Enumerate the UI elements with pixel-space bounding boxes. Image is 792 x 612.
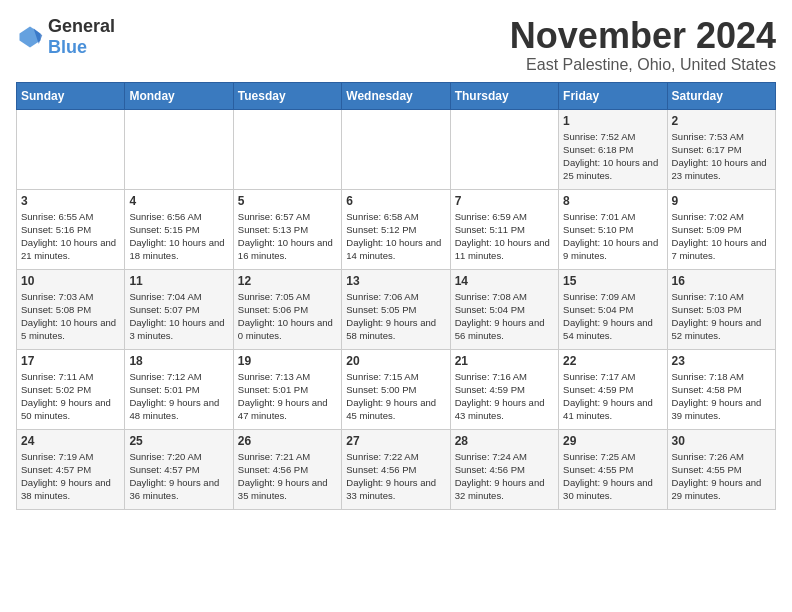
day-number: 21 <box>455 354 554 368</box>
day-number: 28 <box>455 434 554 448</box>
logo-text: General Blue <box>48 16 115 58</box>
day-number: 6 <box>346 194 445 208</box>
header-day-wednesday: Wednesday <box>342 82 450 109</box>
calendar-cell: 17Sunrise: 7:11 AM Sunset: 5:02 PM Dayli… <box>17 349 125 429</box>
day-info: Sunrise: 7:15 AM Sunset: 5:00 PM Dayligh… <box>346 370 445 423</box>
day-info: Sunrise: 7:09 AM Sunset: 5:04 PM Dayligh… <box>563 290 662 343</box>
day-info: Sunrise: 6:58 AM Sunset: 5:12 PM Dayligh… <box>346 210 445 263</box>
calendar-cell: 18Sunrise: 7:12 AM Sunset: 5:01 PM Dayli… <box>125 349 233 429</box>
day-info: Sunrise: 7:26 AM Sunset: 4:55 PM Dayligh… <box>672 450 771 503</box>
calendar-cell: 9Sunrise: 7:02 AM Sunset: 5:09 PM Daylig… <box>667 189 775 269</box>
day-number: 26 <box>238 434 337 448</box>
calendar-cell: 30Sunrise: 7:26 AM Sunset: 4:55 PM Dayli… <box>667 429 775 509</box>
calendar-cell <box>233 109 341 189</box>
day-info: Sunrise: 7:18 AM Sunset: 4:58 PM Dayligh… <box>672 370 771 423</box>
day-info: Sunrise: 7:24 AM Sunset: 4:56 PM Dayligh… <box>455 450 554 503</box>
day-info: Sunrise: 7:02 AM Sunset: 5:09 PM Dayligh… <box>672 210 771 263</box>
header-day-monday: Monday <box>125 82 233 109</box>
day-number: 17 <box>21 354 120 368</box>
calendar-week-3: 10Sunrise: 7:03 AM Sunset: 5:08 PM Dayli… <box>17 269 776 349</box>
day-info: Sunrise: 7:13 AM Sunset: 5:01 PM Dayligh… <box>238 370 337 423</box>
logo-icon <box>16 23 44 51</box>
calendar-cell: 29Sunrise: 7:25 AM Sunset: 4:55 PM Dayli… <box>559 429 667 509</box>
day-info: Sunrise: 6:59 AM Sunset: 5:11 PM Dayligh… <box>455 210 554 263</box>
calendar-cell: 15Sunrise: 7:09 AM Sunset: 5:04 PM Dayli… <box>559 269 667 349</box>
calendar-cell: 20Sunrise: 7:15 AM Sunset: 5:00 PM Dayli… <box>342 349 450 429</box>
title-block: November 2024 East Palestine, Ohio, Unit… <box>510 16 776 74</box>
day-info: Sunrise: 7:16 AM Sunset: 4:59 PM Dayligh… <box>455 370 554 423</box>
calendar-cell: 12Sunrise: 7:05 AM Sunset: 5:06 PM Dayli… <box>233 269 341 349</box>
calendar-cell <box>17 109 125 189</box>
calendar-week-1: 1Sunrise: 7:52 AM Sunset: 6:18 PM Daylig… <box>17 109 776 189</box>
day-info: Sunrise: 7:08 AM Sunset: 5:04 PM Dayligh… <box>455 290 554 343</box>
calendar-cell: 11Sunrise: 7:04 AM Sunset: 5:07 PM Dayli… <box>125 269 233 349</box>
day-info: Sunrise: 7:01 AM Sunset: 5:10 PM Dayligh… <box>563 210 662 263</box>
page-title: November 2024 <box>510 16 776 56</box>
calendar-table: SundayMondayTuesdayWednesdayThursdayFrid… <box>16 82 776 510</box>
calendar-cell: 24Sunrise: 7:19 AM Sunset: 4:57 PM Dayli… <box>17 429 125 509</box>
day-info: Sunrise: 7:11 AM Sunset: 5:02 PM Dayligh… <box>21 370 120 423</box>
header-row: SundayMondayTuesdayWednesdayThursdayFrid… <box>17 82 776 109</box>
day-number: 19 <box>238 354 337 368</box>
calendar-cell: 4Sunrise: 6:56 AM Sunset: 5:15 PM Daylig… <box>125 189 233 269</box>
day-number: 25 <box>129 434 228 448</box>
calendar-cell: 14Sunrise: 7:08 AM Sunset: 5:04 PM Dayli… <box>450 269 558 349</box>
day-number: 10 <box>21 274 120 288</box>
day-number: 20 <box>346 354 445 368</box>
day-number: 7 <box>455 194 554 208</box>
calendar-cell: 2Sunrise: 7:53 AM Sunset: 6:17 PM Daylig… <box>667 109 775 189</box>
calendar-cell: 19Sunrise: 7:13 AM Sunset: 5:01 PM Dayli… <box>233 349 341 429</box>
calendar-cell <box>342 109 450 189</box>
day-info: Sunrise: 7:05 AM Sunset: 5:06 PM Dayligh… <box>238 290 337 343</box>
header-day-tuesday: Tuesday <box>233 82 341 109</box>
header-day-saturday: Saturday <box>667 82 775 109</box>
calendar-cell: 8Sunrise: 7:01 AM Sunset: 5:10 PM Daylig… <box>559 189 667 269</box>
day-number: 27 <box>346 434 445 448</box>
logo: General Blue <box>16 16 115 58</box>
calendar-body: 1Sunrise: 7:52 AM Sunset: 6:18 PM Daylig… <box>17 109 776 509</box>
day-number: 14 <box>455 274 554 288</box>
calendar-week-2: 3Sunrise: 6:55 AM Sunset: 5:16 PM Daylig… <box>17 189 776 269</box>
day-info: Sunrise: 7:25 AM Sunset: 4:55 PM Dayligh… <box>563 450 662 503</box>
calendar-cell: 27Sunrise: 7:22 AM Sunset: 4:56 PM Dayli… <box>342 429 450 509</box>
day-info: Sunrise: 7:10 AM Sunset: 5:03 PM Dayligh… <box>672 290 771 343</box>
day-info: Sunrise: 7:06 AM Sunset: 5:05 PM Dayligh… <box>346 290 445 343</box>
day-number: 5 <box>238 194 337 208</box>
day-info: Sunrise: 6:57 AM Sunset: 5:13 PM Dayligh… <box>238 210 337 263</box>
logo-blue: Blue <box>48 37 87 57</box>
calendar-cell: 6Sunrise: 6:58 AM Sunset: 5:12 PM Daylig… <box>342 189 450 269</box>
header: General Blue November 2024 East Palestin… <box>16 16 776 74</box>
calendar-cell: 16Sunrise: 7:10 AM Sunset: 5:03 PM Dayli… <box>667 269 775 349</box>
header-day-thursday: Thursday <box>450 82 558 109</box>
day-number: 16 <box>672 274 771 288</box>
day-number: 11 <box>129 274 228 288</box>
calendar-cell: 22Sunrise: 7:17 AM Sunset: 4:59 PM Dayli… <box>559 349 667 429</box>
day-info: Sunrise: 6:56 AM Sunset: 5:15 PM Dayligh… <box>129 210 228 263</box>
day-info: Sunrise: 7:20 AM Sunset: 4:57 PM Dayligh… <box>129 450 228 503</box>
day-info: Sunrise: 7:52 AM Sunset: 6:18 PM Dayligh… <box>563 130 662 183</box>
day-info: Sunrise: 7:22 AM Sunset: 4:56 PM Dayligh… <box>346 450 445 503</box>
day-number: 22 <box>563 354 662 368</box>
day-number: 8 <box>563 194 662 208</box>
calendar-week-4: 17Sunrise: 7:11 AM Sunset: 5:02 PM Dayli… <box>17 349 776 429</box>
day-number: 29 <box>563 434 662 448</box>
day-number: 30 <box>672 434 771 448</box>
day-info: Sunrise: 7:12 AM Sunset: 5:01 PM Dayligh… <box>129 370 228 423</box>
header-day-sunday: Sunday <box>17 82 125 109</box>
page-subtitle: East Palestine, Ohio, United States <box>510 56 776 74</box>
day-number: 1 <box>563 114 662 128</box>
calendar-cell: 23Sunrise: 7:18 AM Sunset: 4:58 PM Dayli… <box>667 349 775 429</box>
day-number: 12 <box>238 274 337 288</box>
calendar-header: SundayMondayTuesdayWednesdayThursdayFrid… <box>17 82 776 109</box>
calendar-cell: 21Sunrise: 7:16 AM Sunset: 4:59 PM Dayli… <box>450 349 558 429</box>
calendar-cell: 5Sunrise: 6:57 AM Sunset: 5:13 PM Daylig… <box>233 189 341 269</box>
calendar-cell <box>450 109 558 189</box>
header-day-friday: Friday <box>559 82 667 109</box>
calendar-cell <box>125 109 233 189</box>
calendar-cell: 26Sunrise: 7:21 AM Sunset: 4:56 PM Dayli… <box>233 429 341 509</box>
logo-general: General <box>48 16 115 36</box>
day-info: Sunrise: 7:04 AM Sunset: 5:07 PM Dayligh… <box>129 290 228 343</box>
calendar-week-5: 24Sunrise: 7:19 AM Sunset: 4:57 PM Dayli… <box>17 429 776 509</box>
day-info: Sunrise: 7:19 AM Sunset: 4:57 PM Dayligh… <box>21 450 120 503</box>
day-number: 24 <box>21 434 120 448</box>
